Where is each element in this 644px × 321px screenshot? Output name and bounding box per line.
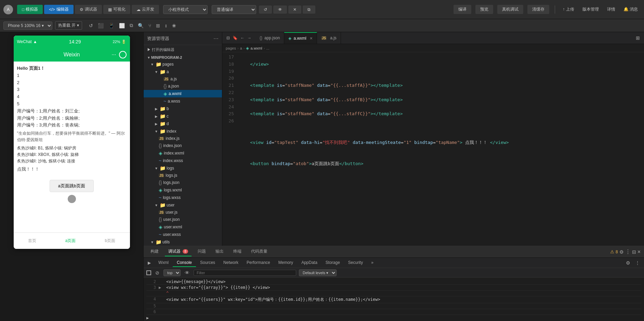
refresh-button[interactable]: ↺ [259, 5, 272, 14]
console-settings-icon[interactable]: ⚙ [625, 259, 632, 266]
editor-split-icon[interactable]: ⊟ [225, 35, 231, 41]
phone-jump-btn[interactable]: a页面跳b页面 [50, 180, 94, 192]
debugger-button[interactable]: ⚙ 调试器 [75, 5, 102, 14]
tree-file-index-json[interactable]: {} index.json [144, 142, 222, 149]
grid-icon[interactable]: ⊞ [155, 22, 161, 29]
flower-icon[interactable]: ❀ [171, 22, 178, 29]
editor-split-vert-icon[interactable]: ⊞ [634, 35, 641, 41]
explorer-menu-button[interactable]: ··· [213, 35, 219, 42]
phone-nav-b[interactable]: b页面 [105, 238, 115, 244]
devtools-tab-output[interactable]: 输出 [212, 247, 227, 256]
hotreload-button[interactable]: 热重载 开 ▾ [55, 21, 82, 30]
tree-file-a-wxss[interactable]: ~ a.wxss [144, 97, 222, 105]
visual-button[interactable]: ▦ 可视化 [103, 5, 130, 14]
warning-icon-button[interactable]: ⚠ [610, 249, 614, 254]
devtools-tab-quality[interactable]: 代码质量 [248, 247, 271, 256]
tree-folder-d[interactable]: ▶ 📁 d [144, 120, 222, 128]
tree-folder-utils[interactable]: ▼ 📁 utils [144, 238, 222, 246]
console-tab-memory[interactable]: Memory [274, 259, 297, 267]
tree-folder-pages[interactable]: ▼ 📁 pages [144, 61, 222, 68]
device-selector[interactable]: Phone 5 100% 16 ▾ [3, 22, 52, 30]
devtools-more-button[interactable]: ⋮ [625, 249, 631, 255]
tree-file-logs-json[interactable]: {} logs.json [144, 179, 222, 186]
console-circle-btn[interactable] [146, 270, 151, 275]
detail-button[interactable]: 详情 [604, 5, 618, 14]
upload-button[interactable]: ↑ 上传 [560, 5, 577, 14]
console-tab-console[interactable]: Console [173, 259, 196, 267]
real-debug-label-button[interactable]: 真机调试 [497, 5, 523, 14]
stop-icon[interactable]: ⬛ [96, 22, 105, 29]
tree-folder-logs[interactable]: ▼ 📁 logs [144, 164, 222, 172]
version-manager-button[interactable]: 版本管理 [580, 5, 602, 14]
phone-circle-btn[interactable] [119, 51, 127, 58]
mode-selector[interactable]: 小程序模式 [163, 5, 208, 14]
tree-folder-b[interactable]: ▶ 📁 b [144, 105, 222, 112]
console-tab-wxml[interactable]: Wxml [154, 259, 173, 267]
phone-nav-home[interactable]: 首页 [28, 238, 36, 244]
tree-project-root[interactable]: ▼ MINIPROGRAM-2 [144, 54, 222, 61]
branch-icon[interactable]: ⑂ [147, 22, 153, 29]
console-context-select[interactable]: top [163, 269, 181, 276]
simulator-button[interactable]: □ 模拟器 [17, 5, 43, 14]
preview-button[interactable]: 预览 [475, 5, 493, 14]
console-tab-security[interactable]: Security [344, 259, 367, 267]
console-tab-appdata[interactable]: AppData [297, 259, 321, 267]
console-tab-network[interactable]: Network [219, 259, 242, 267]
devtools-tab-debugger[interactable]: 调试器 8 [165, 247, 192, 256]
real-debug-button[interactable]: ✕ [288, 5, 301, 14]
tree-file-user-wxml[interactable]: ◈ user.wxml [144, 223, 222, 231]
compile-selector[interactable]: 普通编译 [212, 5, 256, 14]
console-close-extra[interactable]: ⋮ [634, 259, 641, 266]
console-eye-btn[interactable]: 👁 [183, 269, 191, 276]
screen-icon[interactable]: ⬜ [118, 22, 126, 29]
console-expand-3[interactable]: ▶ [159, 285, 163, 290]
console-clear-btn[interactable]: ⊘ [154, 269, 161, 276]
compile-button[interactable]: 编译 [454, 5, 471, 14]
phone-nav-a[interactable]: a页面 [65, 238, 76, 244]
tree-file-logs-js[interactable]: JS logs.js [144, 172, 222, 179]
devtools-close-btn2[interactable]: ⊟ [632, 249, 636, 255]
console-level-select[interactable]: Default levels ▾ [299, 269, 337, 276]
tree-folder-a[interactable]: ▼ 📁 a [144, 68, 222, 76]
tree-file-a-json[interactable]: {} a.json [144, 82, 222, 90]
devtools-tab-terminal[interactable]: 终端 [230, 247, 245, 256]
console-arrow-btn[interactable]: ▶ [146, 260, 152, 266]
search-icon[interactable]: 🔍 [136, 22, 145, 29]
tree-folder-user[interactable]: ▼ 📁 user [144, 201, 222, 209]
tree-file-user-js[interactable]: JS user.js [144, 209, 222, 216]
tree-file-index-wxss[interactable]: ~ index.wxss [144, 157, 222, 164]
tab-a-js[interactable]: JS a.js [317, 32, 341, 44]
phone-tap-text[interactable]: 点我！！！ [17, 166, 127, 173]
console-tab-performance[interactable]: Performance [242, 259, 274, 267]
devtools-close-button[interactable]: × [638, 249, 641, 255]
copy-icon[interactable]: ⧉ [128, 22, 134, 29]
cloud-button[interactable]: ☁ 云开发 [132, 5, 159, 14]
tree-file-user-json[interactable]: {} user.json [144, 216, 222, 223]
tree-file-user-wxss[interactable]: ~ user.wxss [144, 231, 222, 238]
tree-folder-c[interactable]: ▶ 📁 c [144, 112, 222, 120]
tree-folder-index[interactable]: ▼ 📁 index [144, 128, 222, 135]
notification-button[interactable]: 🔔 消息 [621, 5, 641, 14]
editor-back-icon[interactable]: ← [239, 35, 246, 41]
back-icon[interactable]: ↺ [88, 22, 94, 29]
tab-close-a-wxml[interactable]: × [310, 36, 313, 41]
editor-button[interactable]: </> 编辑器 [44, 5, 73, 14]
console-tab-sources[interactable]: Sources [196, 259, 219, 267]
editor-forward-icon[interactable]: → [246, 35, 253, 41]
devtools-gear-button[interactable]: ⚙ [619, 249, 624, 255]
tree-file-logs-wxml[interactable]: ◈ logs.wxml [144, 186, 222, 194]
devtools-tab-problems[interactable]: 问题 [194, 247, 209, 256]
console-tab-more[interactable]: » [367, 259, 378, 267]
layers-button[interactable]: ⧉ [303, 5, 315, 14]
console-filter-input[interactable] [194, 270, 296, 276]
tree-file-logs-wxss[interactable]: ~ logs.wxss [144, 194, 222, 201]
phone-icon[interactable]: 📱 [107, 22, 116, 29]
open-editors-label[interactable]: ▶ 打开的编辑器 [144, 45, 222, 54]
tree-file-index-js[interactable]: JS index.js [144, 135, 222, 142]
clear-cache-button[interactable]: 清缓存 [527, 5, 549, 14]
devtools-tab-build[interactable]: 构建 [147, 247, 162, 256]
tab-a-wxml[interactable]: ◈ a.wxml × [284, 32, 317, 44]
tab-app-json[interactable]: {} app.json [255, 32, 284, 44]
editor-bookmark-icon[interactable]: 🔖 [231, 35, 239, 41]
split-icon[interactable]: ⫾ [163, 22, 169, 29]
